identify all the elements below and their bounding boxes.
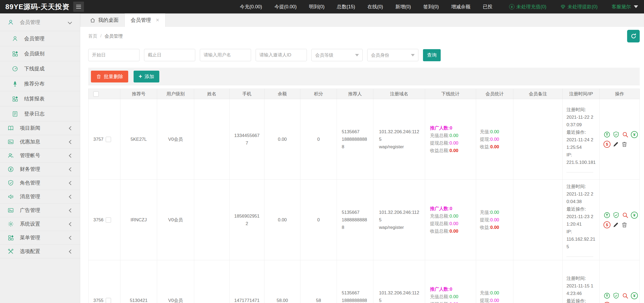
- username-input[interactable]: [200, 49, 251, 61]
- search-icon[interactable]: [622, 212, 629, 219]
- sidebar-group-promo-interest[interactable]: 优惠加息: [0, 135, 80, 149]
- edit-icon[interactable]: [613, 302, 619, 303]
- sidebar-item-label: 会员级别: [24, 50, 45, 57]
- tab-desktop[interactable]: 我的桌面: [84, 13, 124, 27]
- chevron-left-icon: [69, 208, 73, 212]
- header-referrer: 推荐人: [337, 89, 373, 99]
- chevron-left-icon: [69, 181, 73, 185]
- pending-recharge-label: 未处理充值(0): [516, 3, 546, 10]
- sidebar-group-finance[interactable]: 财务管理: [0, 163, 80, 176]
- delete-icon[interactable]: [621, 302, 628, 303]
- close-icon[interactable]: ×: [156, 17, 159, 23]
- header-select: [89, 89, 120, 99]
- batch-delete-button[interactable]: 批量删除: [91, 71, 128, 82]
- breadcrumb-home[interactable]: 首页: [88, 33, 97, 39]
- delete-icon[interactable]: [621, 141, 628, 147]
- user-name: 客服黛尔: [612, 3, 631, 10]
- cell-level: V0会员: [157, 99, 194, 180]
- user-menu[interactable]: 客服黛尔: [612, 3, 638, 10]
- chevron-left-icon: [69, 236, 73, 240]
- sidebar-item-settlement-report[interactable]: 结算报表: [0, 91, 80, 106]
- row-checkbox[interactable]: [106, 217, 111, 223]
- cell-level: V0会员: [157, 180, 194, 260]
- plus-icon: +: [139, 74, 142, 80]
- yen-circle-icon[interactable]: ¥: [631, 131, 638, 138]
- dollar-circle-icon[interactable]: $: [603, 141, 610, 148]
- search-icon[interactable]: [622, 131, 629, 138]
- search-icon[interactable]: [622, 292, 629, 299]
- yen-circle-icon[interactable]: ¥: [631, 212, 638, 219]
- divider: [566, 257, 593, 257]
- cell-time-ip: 注册时间: 2021-11-22 20:04:38 最近操作: 2021-11-…: [563, 180, 600, 260]
- cell-phone: 1471771471: [230, 260, 264, 303]
- shield-check-icon[interactable]: [613, 131, 620, 138]
- end-date-input[interactable]: [144, 49, 195, 61]
- breadcrumb-current: 会员管理: [105, 33, 123, 39]
- breadcrumb: 首页 / 会员管理: [80, 27, 644, 45]
- delete-icon[interactable]: [621, 222, 628, 228]
- sidebar-item-referral-distribution[interactable]: 推荐分布: [0, 76, 80, 91]
- tab-label: 我的桌面: [98, 17, 119, 24]
- search-button[interactable]: 查询: [423, 49, 441, 61]
- cell-points: 0: [300, 99, 337, 180]
- menu-toggle-button[interactable]: [73, 2, 84, 12]
- chevron-left-icon: [69, 222, 73, 226]
- sidebar-group-menu-management[interactable]: 菜单管理: [0, 231, 80, 245]
- chevron-left-icon: [69, 167, 73, 171]
- upgrade-icon[interactable]: [603, 292, 610, 299]
- sidebar-item-downline-commission[interactable]: 下线提成: [0, 61, 80, 76]
- header-level: 用户级别: [157, 89, 194, 99]
- grid-icon: [8, 235, 14, 241]
- sidebar-item-login-log[interactable]: 登录日志: [0, 106, 80, 121]
- image-icon: [8, 207, 14, 214]
- add-button[interactable]: + 添加: [134, 71, 159, 82]
- start-date-input[interactable]: [88, 49, 139, 61]
- dollar-circle-icon[interactable]: $: [603, 302, 610, 303]
- sidebar-section-member-management[interactable]: 会员管理: [0, 13, 80, 31]
- sidebar-group-project-news[interactable]: 项目新闻: [0, 121, 80, 135]
- stat-new: 新增(0): [395, 3, 411, 10]
- member-table: 推荐号 用户级别 姓名 手机 余额 积分 推荐人 注册域名 下线统计 会员统计 …: [88, 89, 640, 303]
- shield-check-icon[interactable]: [613, 212, 620, 219]
- sidebar-item-label: 消息管理: [20, 193, 40, 200]
- stat-signin: 签到(0): [423, 3, 439, 10]
- select-all-checkbox[interactable]: [93, 91, 99, 97]
- sidebar-item-member-management[interactable]: 会员管理: [0, 31, 80, 46]
- table-header-row: 推荐号 用户级别 姓名 手机 余额 积分 推荐人 注册域名 下线统计 会员统计 …: [89, 89, 640, 99]
- edit-icon[interactable]: [613, 222, 619, 228]
- sidebar-group-roles[interactable]: 角色管理: [0, 176, 80, 190]
- stat-invested[interactable]: 已投: [483, 3, 492, 10]
- sidebar-group-ads[interactable]: 广告管理: [0, 204, 80, 217]
- upgrade-icon[interactable]: [603, 212, 610, 219]
- app-title: 89YE源码-天天投资: [5, 2, 69, 12]
- stat-total: 总数(15): [337, 3, 355, 10]
- member-level-select[interactable]: 会员等级: [311, 49, 363, 61]
- sidebar-group-admin-accounts[interactable]: 管理帐号: [0, 149, 80, 163]
- sidebar-group-system-settings[interactable]: 系统设置: [0, 217, 80, 231]
- tools-icon: [8, 248, 14, 255]
- shield-check-icon[interactable]: [613, 292, 620, 299]
- member-identity-select[interactable]: 会员身份: [367, 49, 418, 61]
- tab-member-management[interactable]: 会员管理 ×: [124, 13, 165, 27]
- sidebar-item-member-level[interactable]: 会员级别: [0, 46, 80, 61]
- sidebar-group-option-config[interactable]: 选项配置: [0, 245, 80, 258]
- table-row: 3755 5130421 V0会员 1471771471 58.00 58 51…: [89, 260, 640, 303]
- cell-phone: 18569029512: [230, 180, 264, 260]
- sidebar-group-messages[interactable]: 消息管理: [0, 190, 80, 204]
- edit-icon[interactable]: [613, 141, 619, 147]
- stat-balance-adjust[interactable]: 增减余额: [451, 3, 470, 10]
- shield-check-icon: [8, 180, 14, 186]
- dollar-circle-icon[interactable]: $: [603, 221, 610, 228]
- inviter-id-input[interactable]: [256, 49, 307, 61]
- row-checkbox[interactable]: [106, 137, 111, 142]
- pending-recharge-link[interactable]: ¥ 未处理充值(0): [509, 3, 546, 10]
- tab-bar: 我的桌面 会员管理 ×: [80, 13, 644, 27]
- cell-reg-domain: 101.32.206.246:1125 wap/register: [373, 260, 425, 303]
- upgrade-icon[interactable]: [603, 131, 610, 138]
- yen-circle-icon[interactable]: ¥: [631, 292, 638, 299]
- app-window: 89YE源码-天天投资 今充(0.00) 今提(0.00) 明到(0) 总数(1…: [0, 0, 644, 303]
- row-checkbox[interactable]: [106, 298, 111, 303]
- pending-withdraw-link[interactable]: 未处理提款(0): [560, 3, 598, 10]
- cell-name: [194, 99, 230, 180]
- refresh-button[interactable]: [627, 30, 640, 42]
